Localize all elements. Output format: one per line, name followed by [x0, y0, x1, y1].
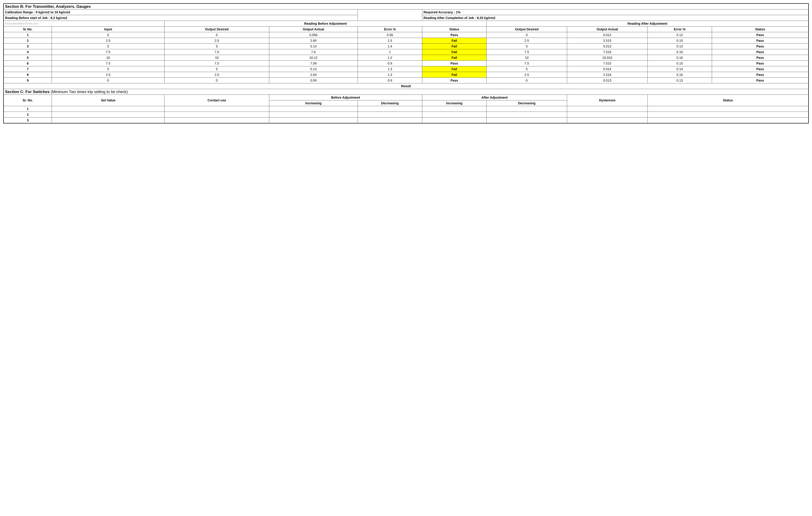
- watermark-text: InstrumentationTools.com: [4, 21, 165, 27]
- cell-out-actual-before: 5.14: [269, 44, 357, 49]
- cell-error-after: 0.13: [647, 44, 712, 49]
- col-status-before: Status: [422, 27, 487, 32]
- cell-error-after: 0.12: [647, 32, 712, 38]
- cell-error-before: 0.56: [358, 32, 422, 38]
- cell-error-before: 1.3: [358, 66, 422, 72]
- cell-out-actual-before: 10.12: [269, 55, 357, 61]
- c-cell-status: [647, 106, 808, 112]
- c-cell-before-dec: [358, 117, 422, 123]
- cell-out-desired-before: 10: [165, 55, 269, 61]
- reading-before-job: Reading Before start of Job : 8.2 kg/cm2: [4, 15, 358, 21]
- c-col-after-inc: Increasing: [422, 101, 487, 106]
- cell-out-actual-after: 7.516: [567, 49, 647, 55]
- cell-out-desired-after: 2.5: [487, 38, 567, 44]
- required-accuracy: Required Accuracy : 1%: [422, 9, 808, 15]
- cell-out-actual-before: 5.13: [269, 66, 357, 72]
- cell-out-desired-after: 7.5: [487, 49, 567, 55]
- c-cell-after-dec: [487, 117, 567, 123]
- calibration-form-table: Section B: For Transmitter, Analyzers, G…: [3, 3, 809, 123]
- c-col-before-adj: Before Adjustment: [269, 95, 422, 101]
- c-col-after-adj: After Adjustment: [422, 95, 567, 101]
- cell-out-desired-before: 5: [165, 44, 269, 49]
- cell-sr: 8: [4, 72, 52, 78]
- cell-out-actual-after: 7.515: [567, 61, 647, 66]
- section-c-title-bold: Section C: For Switches: [5, 89, 50, 94]
- cell-out-actual-after: 0.013: [567, 78, 647, 83]
- c-cell-set-value: [52, 112, 165, 117]
- table-row: 2: [4, 112, 809, 117]
- c-cell-before-inc: [269, 112, 357, 117]
- cell-out-desired-after: 0: [487, 32, 567, 38]
- cell-out-desired-before: 7.5: [165, 49, 269, 55]
- c-cell-before-dec: [358, 106, 422, 112]
- c-col-contact-use: Contact use: [165, 95, 269, 106]
- cell-out-actual-before: 0.09: [269, 78, 357, 83]
- cell-error-before: 1: [358, 49, 422, 55]
- cell-out-actual-after: 5.014: [567, 66, 647, 72]
- cell-out-desired-after: 5: [487, 66, 567, 72]
- section-b-title: Section B: For Transmitter, Analyzers, G…: [4, 4, 809, 9]
- cell-out-desired-after: 7.5: [487, 61, 567, 66]
- c-cell-before-inc: [269, 106, 357, 112]
- reading-after-job: Reading After Completion of Job : 8.25 k…: [422, 15, 808, 21]
- col-input: Input: [52, 27, 165, 32]
- c-cell-hysteresis: [567, 117, 647, 123]
- table-row: 5101010.121.2Fail1010.0160.16Pass: [4, 55, 809, 61]
- section-c-title-rest: (Minimum Two times trip setting to be ch…: [50, 89, 128, 94]
- c-cell-set-value: [52, 106, 165, 112]
- cell-out-desired-before: 2.5: [165, 72, 269, 78]
- c-cell-sr: 2: [4, 112, 52, 117]
- cell-status-before: Fail: [422, 44, 487, 49]
- cell-status-after: Pass: [712, 44, 809, 49]
- cell-out-actual-after: 2.516: [567, 72, 647, 78]
- c-cell-status: [647, 117, 808, 123]
- cell-error-before: 1.3: [358, 72, 422, 78]
- col-error-after: Error %: [647, 27, 712, 32]
- cell-error-after: 0.14: [647, 66, 712, 72]
- calibration-range: Calibration Range : 0 kg/cm2 to 10 kg/cm…: [4, 9, 358, 15]
- cell-out-desired-before: 0: [165, 78, 269, 83]
- cell-status-after: Pass: [712, 61, 809, 66]
- col-out-desired-after: Output Desired: [487, 27, 567, 32]
- col-out-actual-after: Output Actual: [567, 27, 647, 32]
- cell-out-desired-after: 2.5: [487, 72, 567, 78]
- cell-out-actual-before: 2.65: [269, 38, 357, 44]
- cell-error-after: 0.15: [647, 61, 712, 66]
- cell-input: 2.5: [52, 72, 165, 78]
- c-cell-contact-use: [165, 117, 269, 123]
- c-cell-after-inc: [422, 117, 487, 123]
- empty-merge-cell: [358, 9, 422, 21]
- c-cell-before-dec: [358, 112, 422, 117]
- cell-out-actual-before: 0.056: [269, 32, 357, 38]
- cell-sr: 2: [4, 38, 52, 44]
- c-col-after-dec: Decreasing: [487, 101, 567, 106]
- cell-sr: 4: [4, 49, 52, 55]
- cell-out-desired-before: 0: [165, 32, 269, 38]
- cell-out-desired-after: 10: [487, 55, 567, 61]
- table-row: 1000.0560.56Pass00.0120.12Pass: [4, 32, 809, 38]
- c-col-before-inc: Increasing: [269, 101, 357, 106]
- cell-sr: 1: [4, 32, 52, 38]
- cell-input: 2.5: [52, 38, 165, 44]
- table-row: 82.52.52.631.3Fail2.52.5160.16Pass: [4, 72, 809, 78]
- cell-status-before: Fail: [422, 66, 487, 72]
- table-row: 67.57.57.590.9Pass7.57.5150.15Pass: [4, 61, 809, 66]
- c-col-before-dec: Decreasing: [358, 101, 422, 106]
- cell-out-desired-before: 2.5: [165, 38, 269, 44]
- cell-input: 0: [52, 32, 165, 38]
- cell-error-before: 0.9: [358, 78, 422, 83]
- c-cell-hysteresis: [567, 112, 647, 117]
- cell-status-before: Pass: [422, 78, 487, 83]
- cell-out-actual-after: 5.013: [567, 44, 647, 49]
- cell-input: 7.5: [52, 49, 165, 55]
- c-cell-set-value: [52, 117, 165, 123]
- cell-error-before: 1.5: [358, 38, 422, 44]
- c-cell-sr: 1: [4, 106, 52, 112]
- c-cell-before-inc: [269, 117, 357, 123]
- cell-status-after: Pass: [712, 78, 809, 83]
- c-cell-contact-use: [165, 106, 269, 112]
- cell-status-after: Pass: [712, 32, 809, 38]
- cell-out-actual-before: 2.63: [269, 72, 357, 78]
- c-cell-hysteresis: [567, 106, 647, 112]
- col-error-before: Error %: [358, 27, 422, 32]
